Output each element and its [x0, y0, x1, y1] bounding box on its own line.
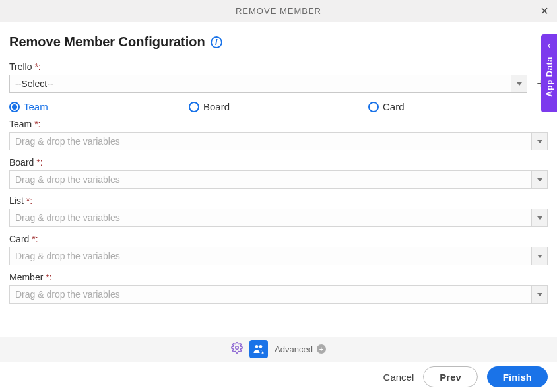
dialog-titlebar: REMOVE MEMBER × [0, 0, 557, 22]
dialog-footer: Cancel Prev Finish [0, 362, 557, 392]
list-dropdown-button[interactable] [531, 209, 547, 226]
required-mark: *: [34, 119, 40, 129]
close-icon[interactable]: × [541, 4, 549, 17]
member-field[interactable] [10, 286, 531, 303]
required-mark: *: [34, 61, 40, 72]
trello-select-value: --Select-- [10, 75, 511, 92]
gear-icon[interactable] [231, 342, 243, 356]
member-label: Member *: [9, 272, 548, 282]
radio-card[interactable]: Card [368, 101, 548, 112]
card-field-group: Card *: [9, 234, 548, 265]
required-mark: *: [36, 157, 42, 168]
radio-board[interactable]: Board [189, 101, 368, 112]
info-icon[interactable]: i [211, 36, 222, 48]
plus-circle-icon: + [317, 344, 326, 354]
svg-point-2 [259, 345, 263, 348]
member-dropdown-button[interactable] [531, 286, 547, 303]
radio-icon [368, 102, 379, 112]
board-label: Board *: [9, 157, 548, 168]
page-title-row: Remove Member Configuration i [9, 34, 548, 49]
content-area: Remove Member Configuration i Trello *: … [0, 22, 557, 304]
radio-team-label: Team [24, 101, 48, 112]
board-field-group: Board *: [9, 157, 548, 189]
team-field[interactable] [10, 133, 531, 150]
svg-point-1 [255, 345, 259, 348]
card-input-row [9, 247, 548, 265]
board-field[interactable] [10, 171, 531, 188]
required-mark: *: [26, 195, 32, 206]
trello-row: --Select-- + [9, 75, 548, 93]
list-input-row [9, 209, 548, 227]
finish-button[interactable]: Finish [487, 366, 548, 387]
radio-icon [189, 102, 199, 112]
advanced-label: Advanced [275, 344, 313, 354]
team-field-group: Team *: [9, 119, 548, 150]
prev-button[interactable]: Prev [423, 366, 478, 387]
dialog-title: REMOVE MEMBER [236, 6, 321, 16]
side-tab-label: App Data [544, 57, 554, 97]
cancel-button[interactable]: Cancel [383, 372, 414, 383]
list-label: List *: [9, 195, 548, 206]
scope-radio-group: Team Board Card [9, 101, 548, 112]
radio-board-label: Board [203, 101, 230, 112]
required-mark: *: [46, 272, 51, 282]
board-input-row [9, 170, 548, 189]
team-dropdown-button[interactable] [531, 133, 547, 150]
chevron-down-icon[interactable] [511, 75, 527, 92]
app-data-side-tab[interactable]: ‹ App Data [541, 34, 557, 112]
card-label: Card *: [9, 234, 548, 244]
radio-team[interactable]: Team [9, 101, 189, 112]
trello-label: Trello *: [9, 61, 548, 72]
svg-point-0 [236, 346, 239, 350]
advanced-toggle[interactable]: Advanced + [275, 344, 326, 354]
member-field-group: Member *: [9, 272, 548, 304]
team-input-row [9, 132, 548, 150]
chevron-left-icon: ‹ [548, 40, 551, 50]
card-field[interactable] [10, 247, 531, 265]
card-dropdown-button[interactable] [531, 247, 547, 265]
bottom-toolbar: Advanced + [0, 337, 557, 362]
board-dropdown-button[interactable] [531, 171, 547, 188]
trello-select[interactable]: --Select-- [9, 75, 527, 93]
radio-card-label: Card [383, 101, 405, 112]
radio-icon [9, 102, 20, 112]
list-field[interactable] [10, 209, 531, 226]
page-title: Remove Member Configuration [9, 34, 205, 49]
people-icon[interactable] [249, 340, 268, 358]
list-field-group: List *: [9, 195, 548, 227]
team-label: Team *: [9, 119, 548, 129]
required-mark: *: [32, 234, 38, 244]
member-input-row [9, 285, 548, 304]
trello-group: Trello *: --Select-- + [9, 61, 548, 93]
trello-label-text: Trello [9, 61, 34, 72]
